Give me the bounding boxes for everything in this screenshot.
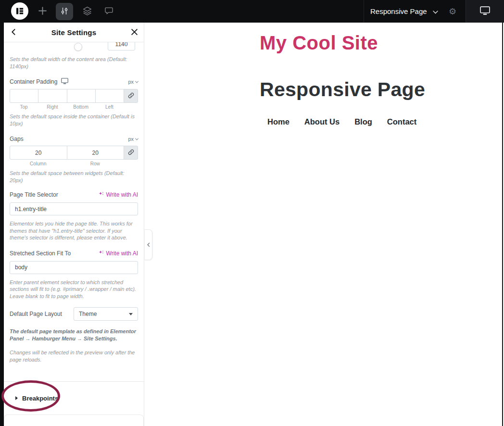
gaps-unit-label: px	[128, 136, 134, 142]
content-width-control	[10, 42, 138, 52]
site-title: My Cool Site	[260, 32, 378, 54]
page-title-selector-input[interactable]	[10, 202, 138, 215]
page-title-selector-header: Page Title Selector Write with AI	[10, 191, 138, 199]
content-width-input[interactable]	[108, 42, 135, 50]
field-label-bottom: Bottom	[67, 104, 95, 110]
close-icon	[131, 28, 138, 37]
field-label-top: Top	[10, 104, 38, 110]
padding-right-input[interactable]	[38, 89, 67, 103]
gear-icon: ⚙	[449, 7, 456, 16]
stretched-section-input[interactable]	[10, 261, 138, 274]
content-width-slider-thumb[interactable]	[74, 43, 82, 51]
chevron-down-icon	[135, 137, 139, 140]
responsive-mode-icon[interactable]	[61, 77, 68, 86]
default-page-layout-label: Default Page Layout	[10, 311, 62, 317]
window-right-edge	[502, 23, 503, 426]
padding-link-values-button[interactable]	[124, 89, 138, 103]
field-label-column: Column	[10, 161, 67, 166]
padding-unit-label: px	[128, 79, 134, 85]
preview-page-title: Responsive Page	[260, 78, 425, 101]
site-settings-panel: Site Settings Sets the default width of …	[4, 23, 144, 426]
field-label-right: Right	[38, 104, 66, 110]
gaps-help: Sets the default space between widgets (…	[10, 170, 138, 184]
default-page-layout-value: Theme	[79, 311, 97, 317]
chevron-down-icon	[433, 7, 438, 15]
link-icon	[128, 92, 134, 100]
column-gap-input[interactable]	[10, 146, 67, 160]
breakpoints-section-toggle[interactable]: Breakpoints	[4, 382, 144, 414]
structure-button[interactable]	[82, 6, 92, 17]
page-title-selector-label: Page Title Selector	[10, 191, 58, 198]
write-with-ai-button[interactable]: Write with AI	[99, 191, 138, 198]
panel-header: Site Settings	[4, 23, 144, 42]
topbar-right-section	[466, 0, 504, 23]
nav-link-blog[interactable]: Blog	[354, 117, 372, 126]
ai-sparkle-icon	[99, 191, 104, 198]
desktop-monitor-icon	[480, 6, 490, 16]
topbar: Responsive Page ⚙	[0, 0, 504, 23]
link-icon	[128, 149, 134, 157]
row-gap-input[interactable]	[67, 146, 125, 160]
page-preview: My Cool Site Responsive Page Home About …	[145, 23, 502, 426]
plus-icon	[38, 6, 47, 17]
next-section-card	[4, 414, 144, 426]
chevron-left-icon	[146, 241, 151, 249]
elementor-logo-icon	[11, 2, 28, 21]
breakpoints-label: Breakpoints	[22, 395, 58, 402]
container-padding-field-labels: Top Right Bottom Left	[10, 104, 138, 110]
window-left-edge	[0, 23, 4, 426]
container-padding-help: Sets the default space inside the contai…	[10, 113, 138, 127]
container-padding-header: Container Padding px	[10, 78, 138, 86]
gaps-unit-select[interactable]: px	[128, 136, 138, 142]
add-element-button[interactable]	[37, 6, 48, 17]
stretched-section-label: Stretched Section Fit To	[10, 250, 71, 257]
triangle-right-icon	[15, 396, 18, 400]
container-padding-label: Container Padding	[10, 78, 57, 85]
nav-link-contact[interactable]: Contact	[387, 117, 416, 126]
chevron-down-icon	[135, 79, 139, 83]
back-button[interactable]	[5, 23, 22, 42]
notes-button[interactable]	[103, 6, 114, 17]
default-page-layout-row: Default Page Layout Theme	[10, 307, 138, 321]
stretched-section-help: Enter parent element selector to which s…	[10, 279, 138, 300]
elementor-editor: { "topbar": { "page_name": "Responsive P…	[0, 0, 504, 426]
gaps-field-labels: Column Row	[10, 161, 138, 166]
chevron-left-icon	[10, 28, 17, 37]
page-settings-button[interactable]: ⚙	[447, 6, 458, 17]
site-settings-button[interactable]	[56, 3, 73, 20]
gaps-inputs	[10, 146, 138, 160]
padding-left-input[interactable]	[95, 89, 124, 103]
panel-title: Site Settings	[51, 28, 96, 37]
write-with-ai-label: Write with AI	[106, 191, 138, 198]
default-page-layout-help-primary: The default page template as defined in …	[10, 328, 138, 342]
elementor-menu-button[interactable]	[11, 3, 28, 20]
content-width-help: Sets the default width of the content ar…	[10, 56, 138, 70]
page-switcher[interactable]: Responsive Page	[370, 0, 438, 23]
field-label-row: Row	[67, 161, 124, 166]
default-page-layout-help-secondary: Changes will be reflected in the preview…	[10, 349, 138, 363]
ai-sparkle-icon	[99, 250, 104, 257]
device-preview-button[interactable]	[477, 3, 494, 20]
default-page-layout-select[interactable]: Theme	[74, 307, 138, 321]
close-panel-button[interactable]	[126, 23, 143, 42]
padding-unit-select[interactable]: px	[128, 79, 138, 85]
padding-top-input[interactable]	[10, 89, 38, 103]
panel-scroll-area[interactable]: Sets the default width of the content ar…	[4, 42, 144, 426]
write-with-ai-label: Write with AI	[106, 250, 138, 257]
gaps-link-values-button[interactable]	[124, 146, 138, 160]
write-with-ai-button[interactable]: Write with AI	[99, 250, 138, 257]
padding-bottom-input[interactable]	[67, 89, 96, 103]
chevron-down-icon	[129, 313, 133, 315]
layers-icon	[82, 6, 92, 17]
page-title-selector-help: Elementor lets you hide the page title. …	[10, 220, 138, 241]
gaps-label: Gaps	[10, 136, 24, 142]
nav-link-about-us[interactable]: About Us	[304, 117, 340, 126]
sliders-icon	[60, 7, 69, 17]
collapse-panel-handle[interactable]	[144, 229, 152, 260]
container-padding-inputs	[10, 89, 138, 103]
topbar-divider	[364, 0, 364, 23]
nav-link-home[interactable]: Home	[267, 117, 290, 126]
nav-menu: Home About Us Blog Contact	[267, 117, 416, 126]
comment-bubble-icon	[104, 6, 113, 17]
gaps-header: Gaps px	[10, 135, 138, 143]
